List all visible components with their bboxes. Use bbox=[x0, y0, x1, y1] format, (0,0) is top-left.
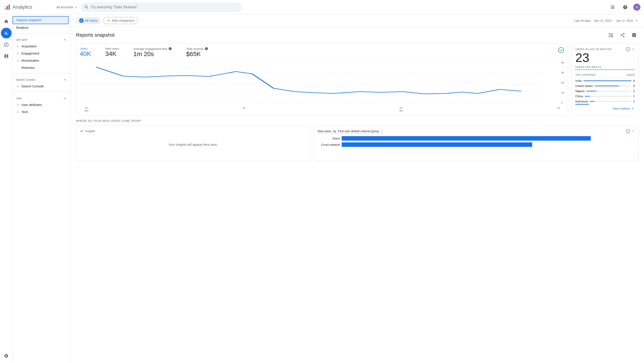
sidebar-item-user-attributes[interactable]: User attributes bbox=[12, 101, 69, 108]
x-label-dec24: 24Dec bbox=[84, 107, 89, 112]
countries-header: TOP COUNTRIES USERS bbox=[575, 73, 635, 77]
search-icon bbox=[84, 5, 89, 9]
section-lifecycle[interactable]: Life cycle bbox=[12, 35, 70, 43]
country-bar-wrap bbox=[584, 80, 632, 81]
y-label-0: 0 bbox=[561, 101, 564, 104]
stat-engagement: Average engagement time 1m 20s bbox=[133, 47, 172, 58]
chevron-right-icon bbox=[16, 52, 20, 55]
users-value: 40K bbox=[80, 50, 91, 57]
sidebar-item-label: Acquisition bbox=[22, 44, 37, 48]
sidebar: Reports snapshot Realtime Life cycle Acq… bbox=[12, 14, 71, 363]
x-label-dec31: 31 bbox=[242, 107, 245, 112]
icon-rail bbox=[0, 14, 12, 363]
insights-button[interactable] bbox=[630, 31, 639, 39]
bar-wrap bbox=[342, 136, 635, 141]
country-bar bbox=[586, 91, 596, 91]
sidebar-item-acquisition[interactable]: Acquisition bbox=[12, 43, 69, 50]
x-axis-labels: 24Dec 31 07Jan 14 bbox=[80, 106, 564, 112]
stat-new-users: New users 34K bbox=[105, 47, 119, 58]
bar-fill bbox=[342, 142, 532, 147]
country-count: 1 bbox=[633, 100, 635, 103]
check-circle-icon bbox=[558, 47, 564, 53]
channel-selector[interactable]: New users by First user default channel … bbox=[318, 129, 383, 133]
stats-top: Users 40K New users 34K bbox=[80, 47, 564, 60]
reports-title-bar: Reports snapshot bbox=[76, 31, 639, 39]
sparkline bbox=[575, 69, 635, 70]
section-label: Life cycle bbox=[16, 38, 27, 41]
realtime-actions[interactable] bbox=[626, 47, 635, 51]
chevron-down-icon bbox=[380, 129, 383, 133]
filter-bar: A All Users Add comparison Last 28 days … bbox=[71, 14, 644, 27]
country-name: United States bbox=[575, 84, 593, 88]
home-icon bbox=[4, 19, 9, 24]
sidebar-item-label: Monetization bbox=[22, 59, 39, 62]
sidebar-item-tech[interactable]: Tech bbox=[12, 108, 69, 116]
settings-icon bbox=[4, 354, 9, 358]
y-axis-labels: 4K 3K 2K 1K 0 bbox=[561, 60, 564, 105]
revenue-label: Total revenue bbox=[186, 47, 208, 50]
customize-icon bbox=[608, 33, 613, 37]
rail-reports[interactable] bbox=[1, 28, 12, 38]
users-per-minute-label: USERS PER MINUTE bbox=[575, 66, 635, 68]
chevron-right-icon bbox=[16, 59, 20, 62]
share-button[interactable] bbox=[618, 31, 627, 39]
engagement-label: Average engagement time bbox=[133, 47, 172, 50]
segment-avatar: A bbox=[79, 18, 84, 23]
sidebar-item-engagement[interactable]: Engagement bbox=[12, 50, 69, 57]
new-users-check[interactable] bbox=[626, 129, 635, 133]
rail-advertising[interactable] bbox=[1, 51, 12, 62]
stats-check[interactable] bbox=[558, 47, 564, 54]
country-bar bbox=[585, 96, 590, 97]
insights-card: Insights Your Insights will appear here … bbox=[76, 125, 310, 161]
sidebar-item-retention[interactable]: Retention bbox=[12, 64, 69, 71]
add-comparison-chip[interactable]: Add comparison bbox=[103, 17, 138, 24]
help-button[interactable] bbox=[621, 3, 630, 12]
sidebar-item-label: Tech bbox=[22, 110, 28, 114]
collapse-icon bbox=[63, 96, 67, 100]
sidebar-item-monetization[interactable]: Monetization bbox=[12, 57, 69, 64]
insights-trend-icon bbox=[80, 129, 84, 133]
date-start: Dec 21, 2023 bbox=[594, 19, 611, 22]
chevron-right-icon bbox=[16, 110, 20, 114]
rail-home[interactable] bbox=[1, 16, 12, 27]
bar-row-direct: Direct bbox=[318, 136, 635, 141]
share-icon bbox=[620, 33, 625, 37]
analytics-logo bbox=[4, 3, 11, 11]
account-selector[interactable]: All accounts bbox=[56, 5, 78, 9]
sidebar-item-realtime[interactable]: Realtime bbox=[12, 24, 69, 31]
divider bbox=[12, 92, 70, 92]
search-input[interactable] bbox=[90, 5, 238, 9]
country-row-indonesia: Indonesia 1 bbox=[575, 99, 635, 104]
country-bar bbox=[594, 86, 619, 86]
new-users-card: New users by First user default channel … bbox=[314, 125, 639, 161]
section-user[interactable]: User bbox=[12, 94, 70, 101]
bar-fill bbox=[342, 136, 591, 141]
search-bar[interactable] bbox=[81, 2, 242, 12]
view-realtime-link[interactable]: View realtime bbox=[575, 106, 635, 110]
insights-icon bbox=[632, 33, 636, 37]
bar-label: Direct bbox=[318, 137, 340, 140]
all-users-chip[interactable]: A All Users bbox=[76, 17, 100, 24]
insights-title: Insights bbox=[80, 129, 306, 133]
sidebar-item-reports-snapshot[interactable]: Reports snapshot bbox=[12, 16, 69, 24]
apps-button[interactable] bbox=[608, 3, 617, 12]
rail-explore[interactable] bbox=[1, 39, 12, 50]
sidebar-item-label: User attributes bbox=[22, 103, 42, 107]
users-label: Users bbox=[80, 47, 91, 50]
stat-users: Users 40K bbox=[80, 47, 91, 58]
bar-wrap bbox=[342, 142, 635, 147]
svg-rect-1 bbox=[6, 6, 8, 10]
chevron-down-icon bbox=[631, 129, 635, 133]
rail-settings[interactable] bbox=[1, 351, 12, 361]
avatar[interactable]: A bbox=[633, 3, 640, 11]
apps-icon bbox=[610, 5, 615, 9]
sidebar-item-label: Reports snapshot bbox=[16, 18, 41, 22]
sidebar-item-search-console[interactable]: Search Console bbox=[12, 83, 69, 90]
date-range[interactable]: Last 28 days Dec 21, 2023 - Jan 17, 2024 bbox=[574, 18, 639, 22]
page-title: Reports snapshot bbox=[76, 32, 114, 38]
date-range-label: Last 28 days bbox=[574, 19, 590, 22]
users-col-header: USERS bbox=[626, 73, 635, 76]
customize-button[interactable] bbox=[606, 31, 616, 39]
help-icon bbox=[623, 5, 628, 9]
section-search-console[interactable]: Search Console bbox=[12, 75, 70, 83]
